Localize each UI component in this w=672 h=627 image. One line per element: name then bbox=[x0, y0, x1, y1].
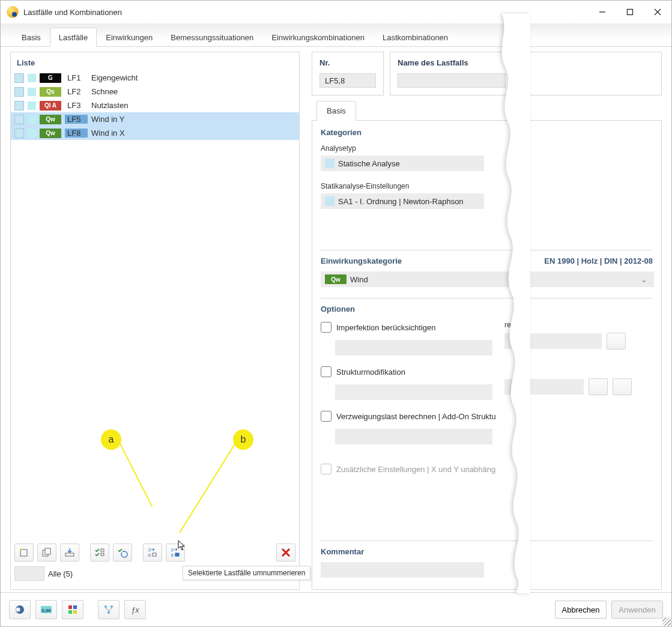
loadcase-list[interactable]: GLF1EigengewichtQsLF2SchneeQI ALF3Nutzla… bbox=[11, 71, 299, 589]
copy-button[interactable] bbox=[37, 544, 56, 562]
resize-grip[interactable] bbox=[662, 617, 671, 626]
dialog-body: Basis Lastfälle Einwirkungen Bemessungss… bbox=[1, 23, 671, 626]
row-lf: LF5 bbox=[65, 115, 88, 124]
tab-lastfaelle[interactable]: Lastfälle bbox=[50, 28, 97, 47]
renumber-all-button[interactable]: 26 bbox=[143, 544, 162, 562]
verzweigung-field[interactable] bbox=[335, 429, 492, 444]
group-kategorien: Kategorien Analysetyp Statische Analyse … bbox=[321, 128, 653, 239]
new-button[interactable] bbox=[14, 544, 34, 562]
list-item[interactable]: QsLF2Schnee bbox=[11, 85, 299, 98]
imperfektion-label: Imperfektion berücksichtigen bbox=[336, 323, 435, 332]
import-button[interactable] bbox=[60, 544, 79, 562]
name-input[interactable] bbox=[398, 73, 506, 88]
svg-rect-24 bbox=[73, 605, 77, 609]
svg-text:2: 2 bbox=[171, 548, 174, 552]
panels: Liste GLF1EigengewichtQsLF2SchneeQI ALF3… bbox=[1, 47, 671, 592]
row-badge: Qw bbox=[40, 115, 61, 124]
settings-text: SA1 - I. Ordnung | Newton-Raphson bbox=[338, 197, 464, 206]
help-button[interactable] bbox=[9, 600, 31, 619]
row-checkbox[interactable] bbox=[14, 87, 24, 97]
tab-bemessung[interactable]: Bemessungssituationen bbox=[162, 28, 262, 47]
kommentar-input[interactable] bbox=[321, 562, 484, 578]
check-all-button[interactable] bbox=[90, 544, 109, 562]
row-color-icon bbox=[28, 129, 36, 138]
struktur-field[interactable] bbox=[335, 384, 492, 400]
svg-text:2: 2 bbox=[148, 548, 151, 552]
nr-input[interactable]: LF5,8 bbox=[319, 73, 376, 88]
right-fragment-field[interactable] bbox=[504, 333, 602, 349]
row-name: Schnee bbox=[91, 87, 295, 96]
detail-panel: Nr. LF5,8 Name des Lastfalls Basis Kat bbox=[312, 52, 662, 590]
colors-button[interactable] bbox=[62, 600, 83, 619]
row-color-icon bbox=[28, 101, 36, 110]
struktur-edit-button-1[interactable] bbox=[589, 378, 608, 395]
row-name: Wind in Y bbox=[91, 115, 295, 124]
close-button[interactable] bbox=[644, 1, 671, 23]
detail-box: Kategorien Analysetyp Statische Analyse … bbox=[312, 121, 662, 590]
svg-rect-1 bbox=[628, 10, 633, 15]
row-color-icon bbox=[28, 74, 36, 82]
zusatz-checkbox bbox=[321, 464, 331, 474]
tab-einwirkungen[interactable]: Einwirkungen bbox=[97, 28, 162, 47]
right-fragment-edit-button[interactable] bbox=[607, 333, 626, 350]
tab-einwirk-kombi[interactable]: Einwirkungskombinationen bbox=[262, 28, 374, 47]
imperfektion-field[interactable] bbox=[335, 340, 492, 356]
group-kommentar: Kommentar bbox=[321, 541, 653, 578]
sub-tab-basis[interactable]: Basis bbox=[316, 101, 356, 121]
analysetyp-label: Analysetyp bbox=[321, 144, 653, 153]
svg-point-27 bbox=[104, 605, 107, 608]
row-checkbox[interactable] bbox=[14, 115, 24, 124]
fx-button[interactable]: ƒx bbox=[124, 600, 146, 619]
svg-point-20 bbox=[16, 608, 20, 612]
analysetyp-value[interactable]: Statische Analyse bbox=[321, 156, 484, 171]
svg-point-28 bbox=[110, 605, 113, 608]
list-item[interactable]: QI ALF3Nutzlasten bbox=[11, 98, 299, 112]
filter-select[interactable] bbox=[14, 566, 44, 581]
dialog-window: Lastfälle und Kombinationen Basis Lastfä… bbox=[0, 0, 672, 627]
cursor-icon bbox=[178, 540, 186, 551]
sub-tabs: Basis bbox=[312, 100, 662, 121]
app-icon bbox=[7, 6, 19, 18]
cancel-button[interactable]: Abbrechen bbox=[555, 601, 607, 619]
list-item[interactable]: QwLF5Wind in Y bbox=[11, 112, 299, 126]
tab-basis[interactable]: Basis bbox=[13, 28, 50, 47]
svg-rect-4 bbox=[20, 550, 27, 556]
row-lf: LF8 bbox=[65, 129, 88, 138]
titlebar: Lastfälle und Kombinationen bbox=[1, 1, 671, 23]
uncheck-all-button[interactable] bbox=[113, 544, 132, 562]
maximize-button[interactable] bbox=[616, 1, 644, 23]
struktur-checkbox[interactable] bbox=[321, 366, 331, 377]
tab-last-kombi[interactable]: Lastkombinationen bbox=[374, 28, 457, 47]
svg-rect-26 bbox=[73, 610, 77, 614]
struktur-label: Strukturmodifikation bbox=[336, 368, 405, 377]
right-fragment-label: ren aus bbox=[504, 321, 653, 329]
bottom-bar: 0,00 ƒx Abbrechen Anwenden bbox=[1, 592, 671, 626]
row-badge: Qw bbox=[40, 129, 61, 138]
tree-button[interactable] bbox=[98, 600, 120, 619]
settings-value[interactable]: SA1 - I. Ordnung | Newton-Raphson bbox=[321, 193, 484, 209]
svg-rect-23 bbox=[68, 605, 72, 609]
struktur-edit-button-2[interactable] bbox=[613, 378, 632, 395]
window-title: Lastfälle und Kombinationen bbox=[23, 8, 122, 17]
units-button[interactable]: 0,00 bbox=[35, 600, 57, 619]
minimize-button[interactable] bbox=[589, 1, 616, 23]
row-checkbox[interactable] bbox=[14, 129, 24, 138]
list-item[interactable]: GLF1Eigengewicht bbox=[11, 71, 299, 85]
row-checkbox[interactable] bbox=[14, 73, 24, 83]
row-badge: G bbox=[40, 73, 61, 83]
svg-rect-10 bbox=[101, 553, 104, 556]
row-checkbox[interactable] bbox=[14, 101, 24, 111]
einwirkung-title: Einwirkungskategorie bbox=[321, 256, 402, 265]
svg-rect-9 bbox=[101, 549, 104, 551]
verzweigung-checkbox[interactable] bbox=[321, 411, 331, 422]
tooltip: Selektierte Lastfälle umnummerieren bbox=[183, 566, 310, 580]
standard-label: EN 1990 | Holz | DIN | 2012-08 bbox=[544, 256, 653, 265]
imperfektion-checkbox[interactable] bbox=[321, 322, 331, 333]
row-badge: QI A bbox=[40, 101, 61, 111]
struktur-right-field[interactable] bbox=[504, 379, 584, 395]
list-item[interactable]: QwLF8Wind in X bbox=[11, 126, 299, 140]
svg-marker-5 bbox=[20, 548, 22, 550]
settings-color-icon bbox=[325, 196, 334, 206]
einwirkung-select[interactable]: Qw Wind ⌄ bbox=[321, 271, 654, 287]
delete-button[interactable] bbox=[276, 544, 295, 562]
